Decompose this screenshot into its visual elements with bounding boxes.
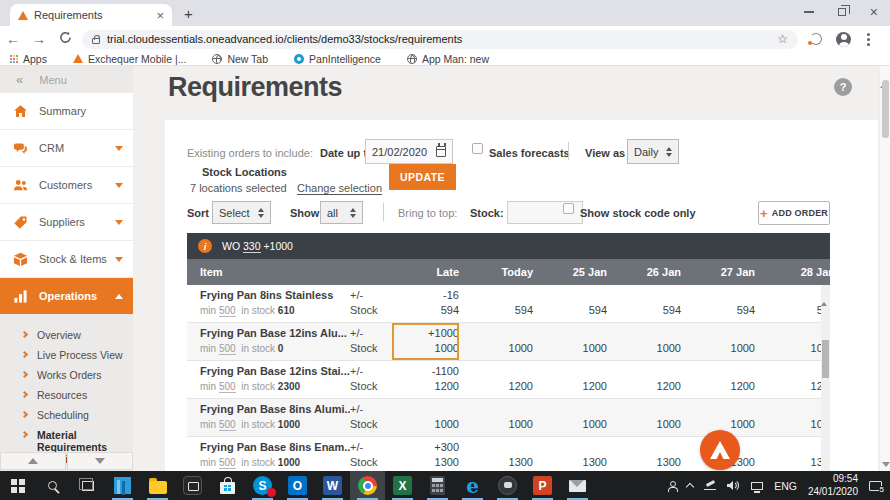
requirement-cell[interactable]: 594	[607, 285, 681, 322]
bookmark-item[interactable]: New Tab	[212, 53, 268, 65]
add-order-button[interactable]: + ADD ORDER	[758, 201, 830, 225]
volume-icon[interactable]	[727, 480, 740, 491]
requirement-cell[interactable]: 594	[459, 285, 533, 322]
bookmark-item[interactable]: PanIntelligence	[294, 53, 381, 65]
calendar-icon[interactable]	[436, 146, 446, 157]
requirement-cell[interactable]: 1200	[681, 361, 755, 398]
date-value-field[interactable]	[372, 146, 430, 158]
item-cell[interactable]: Frying Pan 8ins Stainlessmin 500 in stoc…	[200, 285, 350, 322]
pen-input-icon[interactable]	[704, 481, 716, 490]
taskbar-calculator-icon[interactable]	[420, 471, 455, 500]
scrollbar-thumb[interactable]	[882, 80, 889, 138]
page-scrollbar[interactable]	[879, 66, 890, 471]
help-button[interactable]: ?	[834, 78, 852, 96]
requirement-cell[interactable]: 1300	[459, 437, 533, 471]
requirement-cell[interactable]: 1200	[533, 361, 607, 398]
taskbar-start-button[interactable]	[0, 471, 35, 500]
window-restore-button[interactable]	[838, 8, 846, 16]
people-icon[interactable]	[668, 481, 676, 489]
table-scrollbar[interactable]	[821, 285, 830, 471]
sales-forecasts-checkbox[interactable]	[472, 143, 483, 154]
tab-close-icon[interactable]: ×	[156, 9, 164, 22]
requirement-cell[interactable]: 1000	[459, 323, 533, 360]
bookmark-star-icon[interactable]: ☆	[777, 32, 788, 46]
scroll-down-icon[interactable]	[882, 462, 890, 467]
scrollbar-thumb[interactable]	[822, 340, 829, 378]
refresh-icon[interactable]	[52, 31, 78, 47]
requirement-cell[interactable]: 1200	[459, 361, 533, 398]
bookmark-item[interactable]: Exchequer Mobile |...	[73, 53, 186, 65]
requirement-cell[interactable]: 1000	[681, 323, 755, 360]
action-center-icon[interactable]: 5	[869, 481, 882, 491]
requirement-cell[interactable]: 1000	[755, 399, 830, 436]
taskbar-mail-icon[interactable]	[560, 471, 595, 500]
taskbar-word-icon[interactable]: W	[315, 471, 350, 500]
requirement-cell[interactable]: 1000	[459, 399, 533, 436]
window-close-button[interactable]: ×	[870, 5, 878, 19]
taskbar-powerpoint-icon[interactable]: P	[525, 471, 560, 500]
sidebar-subitem-overview[interactable]: Overview	[0, 325, 133, 345]
taskbar-teams-chat-icon[interactable]	[490, 471, 525, 500]
item-cell[interactable]: Frying Pan Base 12ins Alu...min 500 in s…	[200, 323, 350, 360]
requirement-cell[interactable]: 1300	[533, 437, 607, 471]
bookmark-item[interactable]: Apps	[10, 53, 47, 65]
sidebar-subitem-resources[interactable]: Resources	[0, 385, 133, 405]
sidebar-subitem-works-orders[interactable]: Works Orders	[0, 365, 133, 385]
requirement-cell[interactable]: +3001300	[392, 437, 459, 471]
table-row[interactable]: Frying Pan Base 8ins Alumi...min 500 in …	[187, 399, 830, 437]
wo-number[interactable]: 330	[243, 240, 261, 253]
sidebar-subitem-live-process-view[interactable]: Live Process View	[0, 345, 133, 365]
new-tab-button[interactable]: +	[184, 6, 193, 21]
taskbar-store-icon[interactable]	[210, 471, 245, 500]
table-row[interactable]: Frying Pan 8ins Stainlessmin 500 in stoc…	[187, 285, 830, 323]
sidebar-scroll-up-button[interactable]	[0, 452, 66, 470]
language-indicator[interactable]: ENG	[774, 480, 797, 492]
taskbar-skype-icon[interactable]: S	[245, 471, 280, 500]
advanced-assistant-button[interactable]	[700, 430, 740, 470]
wo-banner[interactable]: i WO 330 +1000	[187, 233, 830, 259]
requirement-cell[interactable]: -16594	[392, 285, 459, 322]
requirement-cell[interactable]: 594	[681, 285, 755, 322]
show-select[interactable]: all	[320, 201, 363, 224]
taskbar-search-button[interactable]	[35, 471, 70, 500]
requirement-cell[interactable]: 1000	[533, 323, 607, 360]
collapse-menu-icon[interactable]: «	[16, 72, 21, 87]
clock[interactable]: 09:54 24/01/2020	[808, 473, 858, 498]
taskbar-chrome-icon[interactable]	[350, 471, 385, 500]
requirement-cell[interactable]: 1300	[755, 437, 830, 471]
show-hidden-icons-icon[interactable]	[686, 483, 694, 491]
show-stock-code-checkbox[interactable]	[563, 203, 574, 214]
sidebar-item-suppliers[interactable]: Suppliers	[0, 204, 133, 240]
sidebar-subitem-scheduling[interactable]: Scheduling	[0, 405, 133, 425]
taskbar-excel-icon[interactable]: X	[385, 471, 420, 500]
sidebar-item-summary[interactable]: Summary	[0, 93, 133, 129]
sidebar-scroll-down-button[interactable]	[67, 452, 133, 470]
requirement-cell[interactable]: 1300	[607, 437, 681, 471]
forward-icon[interactable]: →	[26, 31, 52, 47]
requirement-cell[interactable]: -11001200	[392, 361, 459, 398]
requirement-cell[interactable]: 594	[533, 285, 607, 322]
taskbar-file-explorer-icon[interactable]	[140, 471, 175, 500]
network-icon[interactable]	[751, 482, 763, 490]
view-as-select[interactable]: Daily	[627, 139, 679, 164]
address-bar[interactable]: trial.cloudessentials.oneadvanced.io/cli…	[82, 30, 798, 49]
requirement-cell[interactable]: 1000	[533, 399, 607, 436]
extension-icon[interactable]	[810, 33, 822, 45]
item-cell[interactable]: Frying Pan Base 12ins Stai...min 500 in …	[200, 361, 350, 398]
change-selection-link[interactable]: Change selection	[297, 182, 382, 194]
taskbar-photos-icon[interactable]	[175, 471, 210, 500]
scroll-up-icon[interactable]	[821, 285, 827, 306]
update-button[interactable]: UPDATE	[389, 164, 456, 190]
browser-tab[interactable]: Requirements ×	[10, 4, 172, 26]
table-row[interactable]: Frying Pan Base 12ins Stai...min 500 in …	[187, 361, 830, 399]
requirement-cell[interactable]: 1000	[755, 323, 830, 360]
requirement-cell[interactable]: 1000	[607, 399, 681, 436]
sidebar-item-operations[interactable]: Operations	[0, 278, 133, 314]
window-minimize-button[interactable]	[804, 11, 814, 13]
requirement-cell[interactable]: 1200	[755, 361, 830, 398]
taskbar-outlook-icon[interactable]: O	[280, 471, 315, 500]
item-cell[interactable]: Frying Pan Base 8ins Alumi...min 500 in …	[200, 399, 350, 436]
bookmark-item[interactable]: App Man: new	[407, 53, 489, 65]
requirement-cell[interactable]: 1200	[607, 361, 681, 398]
profile-avatar-icon[interactable]	[836, 32, 851, 47]
